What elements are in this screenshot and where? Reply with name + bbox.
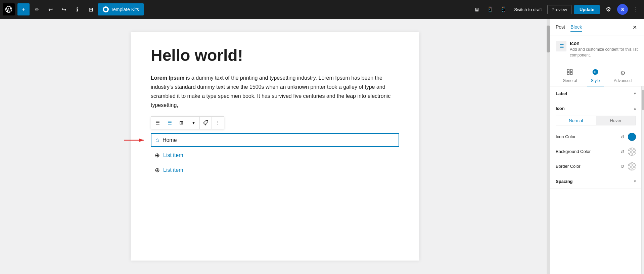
wp-logo xyxy=(3,3,15,15)
top-toolbar: + ✏ ↩ ↪ ℹ ⊞ Template Kits 🖥 📱 📱 Switch t… xyxy=(0,0,644,19)
block-toolbar: ⊞ ▾ ⋮ xyxy=(151,116,224,129)
switch-draft-button[interactable]: Switch to draft xyxy=(511,6,544,13)
dropper-button[interactable] xyxy=(200,117,212,129)
red-arrow-svg xyxy=(124,136,147,144)
template-kits-label: Template Kits xyxy=(111,7,139,12)
list-label-2: List item xyxy=(163,167,183,173)
redo-button[interactable]: ↪ xyxy=(58,3,70,15)
panel-tab-general[interactable]: General xyxy=(559,66,581,86)
section-label: Label ▾ xyxy=(550,86,641,101)
background-color-swatch[interactable] xyxy=(628,148,636,156)
editor-scrollbar-thumb xyxy=(547,26,550,52)
main-area: Hello world! Lorem Ipsum is a dummy text… xyxy=(0,19,644,274)
more-block-options-button[interactable]: ⋮ xyxy=(212,117,224,129)
update-button[interactable]: Update xyxy=(574,5,600,14)
border-color-row: Border Color ↺ xyxy=(550,159,641,174)
tablet-view-button[interactable]: 📱 xyxy=(485,4,495,15)
background-color-reset[interactable]: ↺ xyxy=(619,148,626,155)
section-icon: Icon ▴ Normal Hover xyxy=(550,101,641,174)
sidebar-header: Post Block ✕ xyxy=(550,19,644,36)
icon-color-label: Icon Color xyxy=(556,134,576,139)
icon-collapse-icon: ▴ xyxy=(634,106,636,111)
border-color-label: Border Color xyxy=(556,164,581,169)
block-info-title: Icon xyxy=(570,41,639,46)
list-chevron-button[interactable]: ▾ xyxy=(187,117,199,129)
editor-content: Hello world! Lorem Ipsum is a dummy text… xyxy=(131,32,419,261)
section-label-title: Label xyxy=(556,91,567,96)
background-color-row: Background Color ↺ xyxy=(550,144,641,159)
home-icon: ⌂ xyxy=(155,136,159,144)
post-body-bold: Lorem Ipsum xyxy=(151,75,184,81)
undo-button[interactable]: ↩ xyxy=(44,3,56,15)
panel-tab-style[interactable]: Style xyxy=(587,66,604,86)
border-color-reset[interactable]: ↺ xyxy=(619,163,626,170)
section-spacing-title: Spacing xyxy=(556,179,573,184)
label-collapse-icon: ▾ xyxy=(634,91,636,96)
icon-color-swatch[interactable] xyxy=(628,133,636,141)
block-info-text: Icon Add and customize content for this … xyxy=(570,41,639,58)
panel-tab-advanced[interactable]: ⚙ Advanced xyxy=(610,67,636,86)
svg-rect-23 xyxy=(570,69,572,71)
editor-area: Hello world! Lorem Ipsum is a dummy text… xyxy=(0,19,550,274)
preview-button[interactable]: Preview xyxy=(547,5,571,14)
arrow-indicator-1 xyxy=(124,136,147,144)
block-icon xyxy=(556,41,566,51)
border-color-swatch[interactable] xyxy=(628,162,636,170)
sidebar-close-button[interactable]: ✕ xyxy=(631,23,639,31)
align-group: ⊞ ▾ xyxy=(163,117,200,129)
svg-rect-22 xyxy=(567,69,569,71)
icon-color-row: Icon Color ↺ xyxy=(550,129,641,144)
block-info: Icon Add and customize content for this … xyxy=(550,36,644,63)
section-label-header[interactable]: Label ▾ xyxy=(550,86,641,101)
align-left-button[interactable] xyxy=(163,117,175,129)
info-button[interactable]: ℹ xyxy=(71,3,83,15)
spacing-collapse-icon: ▾ xyxy=(634,179,636,184)
list-style-button[interactable]: ⊞ xyxy=(175,117,187,129)
template-kits-icon xyxy=(103,6,109,12)
background-color-label: Background Color xyxy=(556,149,591,154)
section-icon-header[interactable]: Icon ▴ xyxy=(550,101,641,116)
editor-scrollbar[interactable] xyxy=(547,19,550,274)
list-view-button[interactable] xyxy=(151,117,163,129)
list-icon-1: ⊕ xyxy=(155,152,160,159)
block-info-desc: Add and customize content for this list … xyxy=(570,47,639,58)
add-button[interactable]: + xyxy=(17,3,30,15)
tab-post[interactable]: Post xyxy=(556,23,565,32)
svg-rect-24 xyxy=(567,72,569,74)
svg-rect-25 xyxy=(570,72,572,74)
svg-point-0 xyxy=(104,8,107,11)
post-title: Hello world! xyxy=(151,46,399,65)
list-item-1[interactable]: ⊕ List item xyxy=(151,149,399,162)
user-avatar-button[interactable]: S xyxy=(617,4,628,15)
mobile-view-button[interactable]: 📱 xyxy=(498,4,509,15)
icon-color-reset[interactable]: ↺ xyxy=(619,133,626,140)
general-icon xyxy=(566,69,573,77)
toolbar-right: 🖥 📱 📱 Switch to draft Preview Update ⚙ S… xyxy=(471,3,641,15)
list-item-2[interactable]: ⊕ List item xyxy=(151,164,399,177)
list-container: ⌂ ⊕ List item ⊕ List item xyxy=(151,133,399,177)
more-options-button[interactable]: ⋮ xyxy=(631,4,641,15)
panel-tabs: General Style ⚙ Advanced xyxy=(550,63,644,86)
desktop-view-button[interactable]: 🖥 xyxy=(471,4,482,15)
settings-button[interactable]: ⚙ xyxy=(602,3,614,15)
sidebar-scroll-wrapper: Label ▾ Icon ▴ Normal Hover xyxy=(550,86,644,274)
tab-block[interactable]: Block xyxy=(570,23,582,32)
tools-button[interactable]: ⊞ xyxy=(85,3,97,15)
sidebar-tabs: Post Block xyxy=(556,23,582,32)
state-normal-tab[interactable]: Normal xyxy=(556,116,596,125)
state-hover-tab[interactable]: Hover xyxy=(596,116,636,125)
state-tabs: Normal Hover xyxy=(556,116,636,125)
svg-point-13 xyxy=(207,121,208,121)
sidebar: Post Block ✕ Icon Add and customize cont… xyxy=(550,19,644,274)
list-item-home[interactable]: ⌂ xyxy=(151,133,399,147)
sidebar-scrollbar-thumb xyxy=(642,90,644,110)
list-item-active-wrapper: ⌂ xyxy=(151,133,399,147)
section-spacing-header[interactable]: Spacing ▾ xyxy=(550,174,641,189)
sidebar-scrollbar[interactable] xyxy=(641,86,644,274)
list-icon-2: ⊕ xyxy=(155,166,160,174)
background-color-controls: ↺ xyxy=(619,148,636,156)
advanced-icon: ⚙ xyxy=(620,70,626,77)
list-item-home-input[interactable] xyxy=(163,137,395,143)
template-kits-button[interactable]: Template Kits xyxy=(98,3,144,15)
edit-button[interactable]: ✏ xyxy=(31,3,43,15)
